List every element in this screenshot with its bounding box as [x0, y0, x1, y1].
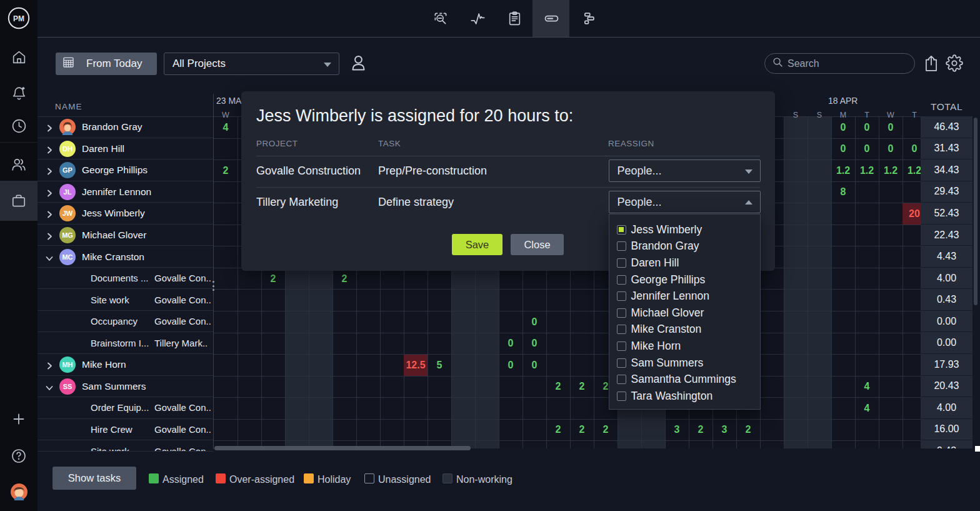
- svg-text:PM: PM: [13, 14, 24, 23]
